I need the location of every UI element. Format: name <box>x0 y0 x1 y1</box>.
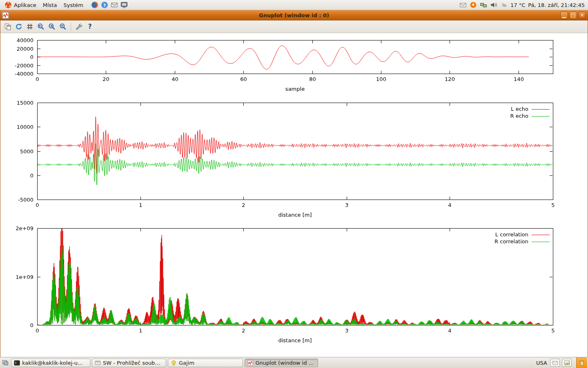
keyboard-layout-indicator[interactable]: USA <box>536 360 547 366</box>
weather-icon[interactable] <box>500 1 508 9</box>
ubuntu-logo-icon <box>4 1 12 9</box>
screenshot-launcher-icon[interactable] <box>120 1 128 9</box>
firefox-launcher-icon[interactable] <box>91 1 98 9</box>
chart-canvas-1[interactable] <box>0 98 588 223</box>
show-desktop-icon <box>2 359 9 366</box>
tray-mail-icon[interactable] <box>459 1 467 9</box>
task-label: SW - Prohlížeč souborů <box>103 360 163 366</box>
refresh-icon <box>15 23 22 30</box>
menu-system[interactable]: Systém <box>60 0 86 10</box>
settings-button[interactable] <box>74 22 84 31</box>
panel-tray: 17 °C Pá, 18. září, 21:42:45 <box>459 1 588 9</box>
system-monitor-icon <box>564 360 570 366</box>
taskbar: kaklik@kaklik-kolej-u... SW - Prohlížeč … <box>0 357 588 368</box>
tray-mail-box[interactable] <box>550 359 560 367</box>
autoscale-button[interactable] <box>58 22 68 31</box>
zoom-next-icon <box>48 23 56 30</box>
gajim-icon <box>171 360 177 366</box>
task-button-gnuplot[interactable]: Gnuplot (window id : 0) <box>245 359 318 367</box>
copy-button[interactable] <box>3 22 13 31</box>
mail-launcher-icon[interactable] <box>111 1 118 9</box>
gnuplot-window: Gnuplot (window id : 0) ▁ ▢ ✕ <box>0 10 588 357</box>
panel-launchers: ? <box>91 1 128 9</box>
zoom-next-button[interactable] <box>47 22 57 31</box>
gnuplot-task-icon <box>247 360 253 366</box>
mail-notify-icon <box>552 360 558 366</box>
panel-menus: Aplikace Místa Systém ? <box>0 0 128 10</box>
replot-button[interactable] <box>14 22 24 31</box>
copy-icon <box>4 23 11 30</box>
help-launcher-icon[interactable]: ? <box>101 1 108 9</box>
zoom-previous-button[interactable] <box>36 22 46 31</box>
menu-applications[interactable]: Aplikace <box>2 0 39 10</box>
network-monitor-icon[interactable] <box>480 1 487 9</box>
terminal-icon <box>14 360 20 366</box>
help-icon: ? <box>88 23 92 30</box>
close-button[interactable]: ✕ <box>578 11 586 19</box>
toggle-grid-button[interactable] <box>25 22 35 31</box>
help-button[interactable]: ? <box>85 22 95 31</box>
autoscale-icon <box>59 23 67 30</box>
trash-icon <box>579 359 585 366</box>
maximize-button[interactable]: ▢ <box>569 11 577 19</box>
taskbar-tray: USA <box>536 357 587 368</box>
show-desktop-button[interactable] <box>1 359 10 367</box>
tray-monitor-box[interactable] <box>562 359 572 367</box>
minimize-button[interactable]: ▁ <box>560 11 568 19</box>
top-panel: Aplikace Místa Systém ? 17 °C Pá, 18. zá… <box>0 0 588 10</box>
svg-text:?: ? <box>103 3 106 8</box>
update-notifier-icon[interactable] <box>470 1 477 9</box>
trash-applet[interactable] <box>576 357 587 368</box>
weather-temperature[interactable]: 17 °C <box>510 2 525 8</box>
titlebar[interactable]: Gnuplot (window id : 0) ▁ ▢ ✕ <box>0 10 588 20</box>
volume-icon[interactable] <box>490 1 497 9</box>
plot-surface <box>0 33 588 357</box>
gnuplot-toolbar: ? <box>0 20 588 33</box>
menu-places[interactable]: Místa <box>40 0 60 10</box>
task-label: Gnuplot (window id : 0) <box>255 360 315 366</box>
task-label: kaklik@kaklik-kolej-u... <box>22 360 82 366</box>
desktop: Aplikace Místa Systém ? 17 °C Pá, 18. zá… <box>0 0 588 368</box>
clock-applet[interactable]: Pá, 18. září, 21:42:45 <box>528 2 585 8</box>
task-button-terminal[interactable]: kaklik@kaklik-kolej-u... <box>11 359 90 367</box>
toolbar-separator <box>71 22 71 31</box>
window-controls: ▁ ▢ ✕ <box>560 11 586 19</box>
grid-icon <box>26 23 33 30</box>
chart-canvas-2[interactable] <box>0 224 588 348</box>
task-button-file-browser[interactable]: SW - Prohlížeč souborů <box>92 359 166 367</box>
chart-canvas-0[interactable] <box>0 36 588 95</box>
gnuplot-window-icon <box>2 12 9 19</box>
zoom-previous-icon <box>37 23 45 30</box>
menu-places-label: Místa <box>43 2 57 8</box>
wrench-icon <box>75 23 82 30</box>
window-title: Gnuplot (window id : 0) <box>0 12 588 18</box>
menu-system-label: Systém <box>63 2 83 8</box>
menu-applications-label: Aplikace <box>14 2 36 8</box>
file-browser-icon <box>95 360 101 366</box>
task-button-gajim[interactable]: Gajim <box>168 359 243 367</box>
task-label: Gajim <box>179 360 194 366</box>
